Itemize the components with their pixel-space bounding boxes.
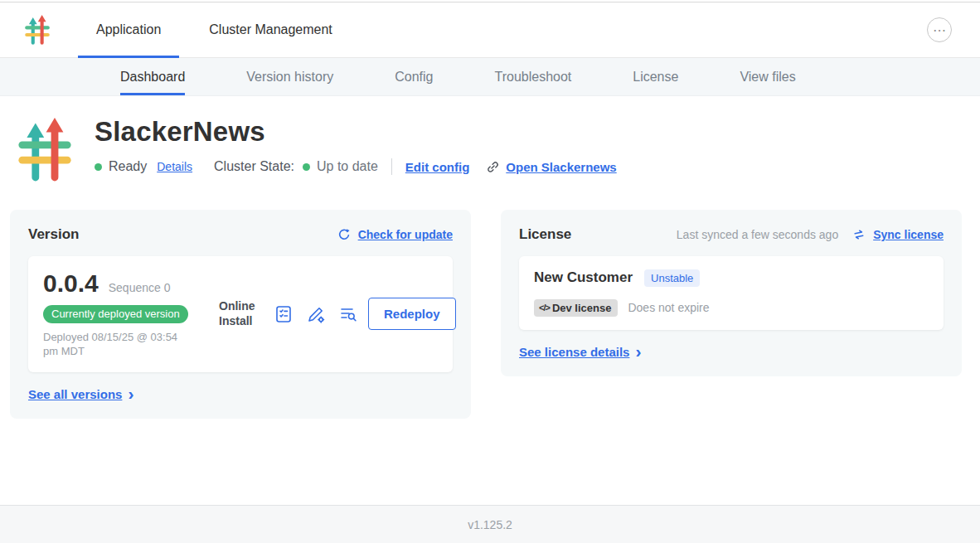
see-all-versions-label: See all versions: [28, 387, 122, 401]
license-card-title: License: [519, 226, 571, 243]
sequence-label: Sequence 0: [109, 281, 171, 294]
tab-application[interactable]: Application: [78, 2, 179, 57]
console-version: v1.125.2: [468, 518, 512, 531]
subnav-item-config[interactable]: Config: [395, 58, 433, 95]
top-navbar: Application Cluster Management ⋯: [0, 2, 980, 58]
channel-badge: Unstable: [644, 269, 700, 287]
version-card: Version Check for update 0.0.4 Sequence …: [10, 210, 471, 419]
app-header: SlackerNews Ready Details Cluster State:…: [18, 116, 980, 182]
deployed-timestamp: Deployed 08/15/25 @ 03:54 pm MDT: [43, 331, 182, 359]
license-card: License Last synced a few seconds ago Sy…: [501, 210, 962, 377]
details-link[interactable]: Details: [157, 160, 192, 173]
brand-logo[interactable]: [25, 2, 50, 57]
cluster-state-dot: [303, 163, 310, 171]
ready-status-dot: [95, 163, 102, 171]
license-panel: New Customer Unstable </> Dev license Do…: [519, 256, 944, 330]
console-footer: v1.125.2: [0, 505, 980, 543]
release-notes-icon[interactable]: [274, 304, 294, 324]
current-version-panel: 0.0.4 Sequence 0 Currently deployed vers…: [28, 256, 453, 372]
sync-license-link[interactable]: Sync license: [873, 228, 944, 241]
last-synced-label: Last synced a few seconds ago: [677, 228, 838, 241]
subnav-item-version-history[interactable]: Version history: [246, 58, 333, 95]
deploy-logs-icon[interactable]: [338, 304, 358, 324]
customer-name: New Customer: [534, 269, 633, 286]
app-icon: [18, 118, 71, 182]
refresh-icon: [337, 228, 351, 241]
redeploy-button[interactable]: Redeploy: [368, 298, 456, 330]
cluster-state-value: Up to date: [317, 159, 378, 174]
license-type-badge: </> Dev license: [534, 299, 618, 317]
more-menu-button[interactable]: ⋯: [927, 17, 952, 42]
app-title: SlackerNews: [95, 116, 617, 148]
ready-status-label: Ready: [109, 159, 147, 174]
sync-icon: [851, 226, 867, 242]
ellipsis-icon: ⋯: [933, 22, 946, 38]
dashboard-main: SlackerNews Ready Details Cluster State:…: [0, 116, 980, 419]
see-all-versions-link[interactable]: See all versions ›: [28, 387, 133, 402]
code-icon: </>: [539, 303, 550, 313]
edit-config-icon[interactable]: [306, 304, 326, 324]
deployed-status-badge: Currently deployed version: [43, 305, 188, 323]
divider: [391, 158, 392, 175]
app-status-row: Ready Details Cluster State: Up to date …: [95, 158, 617, 175]
chevron-right-icon: ›: [635, 342, 641, 360]
see-license-details-link[interactable]: See license details ›: [519, 345, 641, 360]
subnav-item-troubleshoot[interactable]: Troubleshoot: [494, 58, 571, 95]
subnav-item-license[interactable]: License: [633, 58, 678, 95]
slackernews-logo-icon: [25, 15, 50, 45]
version-card-title: Version: [28, 226, 79, 243]
license-expiration: Does not expire: [628, 301, 709, 314]
primary-tabs: Application Cluster Management: [78, 2, 351, 57]
install-type-label: Online Install: [219, 299, 264, 328]
subnav-item-dashboard[interactable]: Dashboard: [120, 58, 185, 95]
cluster-state-label: Cluster State:: [214, 159, 294, 174]
edit-config-link[interactable]: Edit config: [405, 160, 470, 174]
open-app-label: Open Slackernews: [506, 160, 616, 174]
app-subnav: Dashboard Version history Config Trouble…: [0, 58, 980, 96]
open-app-link[interactable]: Open Slackernews: [486, 160, 616, 174]
check-for-update-link[interactable]: Check for update: [358, 228, 453, 241]
link-icon: [486, 160, 500, 174]
subnav-item-view-files[interactable]: View files: [740, 58, 795, 95]
tab-cluster-management[interactable]: Cluster Management: [191, 2, 351, 57]
license-type-label: Dev license: [552, 302, 612, 314]
chevron-right-icon: ›: [128, 385, 133, 402]
see-license-details-label: See license details: [519, 345, 629, 359]
dashboard-cards: Version Check for update 0.0.4 Sequence …: [10, 210, 962, 419]
version-number: 0.0.4: [43, 269, 99, 298]
